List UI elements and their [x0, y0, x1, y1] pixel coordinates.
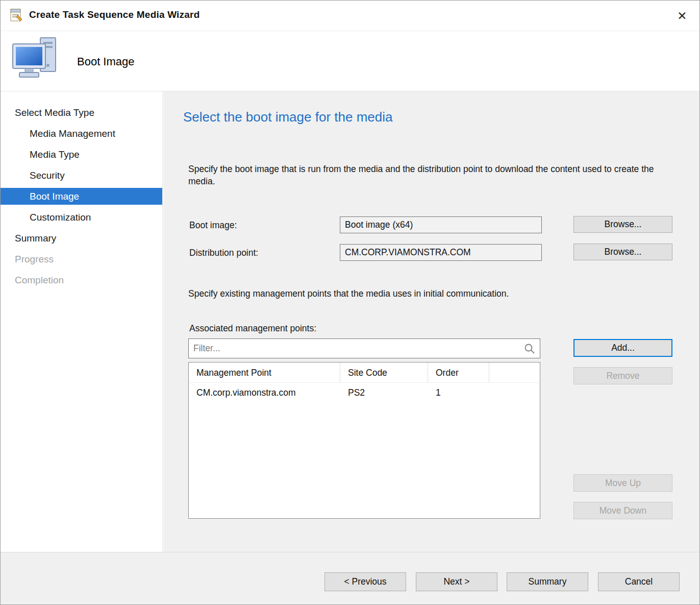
intro-text: Specify the boot image that is run from …	[188, 163, 662, 187]
browse-boot-image-button[interactable]: Browse...	[573, 216, 672, 233]
distribution-point-field[interactable]: CM.CORP.VIAMONSTRA.COM	[340, 244, 542, 261]
table-row[interactable]: CM.corp.viamonstra.com PS2 1	[189, 383, 540, 402]
cell-order: 1	[428, 383, 489, 402]
column-header-management-point[interactable]: Management Point	[189, 362, 340, 382]
cancel-button[interactable]: Cancel	[598, 572, 680, 591]
remove-button: Remove	[573, 367, 672, 384]
nav-boot-image[interactable]: Boot Image	[1, 188, 162, 205]
window-title: Create Task Sequence Media Wizard	[29, 9, 199, 20]
search-icon	[523, 343, 536, 357]
column-header-order[interactable]: Order	[428, 362, 489, 382]
next-button[interactable]: Next >	[416, 572, 497, 591]
distribution-point-label: Distribution point:	[189, 248, 258, 258]
close-button[interactable]: ✕	[672, 6, 692, 26]
content-heading: Select the boot image for the media	[183, 109, 392, 125]
nav-security[interactable]: Security	[1, 165, 162, 186]
move-down-button: Move Down	[573, 502, 672, 519]
browse-distribution-point-button[interactable]: Browse...	[573, 244, 672, 260]
management-points-text: Specify existing management points that …	[188, 287, 668, 300]
column-header-site-code[interactable]: Site Code	[340, 362, 428, 382]
previous-button[interactable]: < Previous	[324, 572, 406, 591]
management-points-table[interactable]: Management Point Site Code Order CM.corp…	[188, 362, 540, 519]
computer-media-icon	[12, 36, 63, 87]
wizard-dialog: Create Task Sequence Media Wizard ✕	[0, 0, 700, 605]
nav-customization[interactable]: Customization	[1, 207, 162, 228]
nav-media-management[interactable]: Media Management	[1, 123, 162, 144]
cell-management-point: CM.corp.viamonstra.com	[189, 383, 340, 402]
title-bar: Create Task Sequence Media Wizard ✕	[1, 1, 699, 31]
nav-completion: Completion	[1, 270, 162, 291]
wizard-icon	[9, 8, 23, 22]
nav-select-media-type[interactable]: Select Media Type	[1, 102, 162, 123]
column-header-filler	[489, 362, 540, 382]
filter-box	[188, 338, 540, 358]
footer-divider	[1, 552, 699, 552]
boot-image-field[interactable]: Boot image (x64)	[340, 216, 542, 233]
add-button[interactable]: Add...	[573, 339, 672, 357]
page-title: Boot Image	[77, 55, 135, 68]
summary-button[interactable]: Summary	[507, 572, 588, 591]
wizard-header: Boot Image	[1, 32, 699, 91]
filter-input[interactable]	[189, 339, 540, 358]
nav-progress: Progress	[1, 249, 162, 270]
move-up-button: Move Up	[573, 474, 672, 492]
table-header: Management Point Site Code Order	[189, 362, 540, 383]
nav-summary[interactable]: Summary	[1, 228, 162, 249]
associated-management-points-label: Associated management points:	[189, 323, 316, 334]
wizard-nav: Select Media Type Media Management Media…	[1, 91, 163, 552]
nav-media-type[interactable]: Media Type	[1, 144, 162, 165]
boot-image-label: Boot image:	[189, 220, 237, 231]
cell-site-code: PS2	[340, 383, 428, 402]
